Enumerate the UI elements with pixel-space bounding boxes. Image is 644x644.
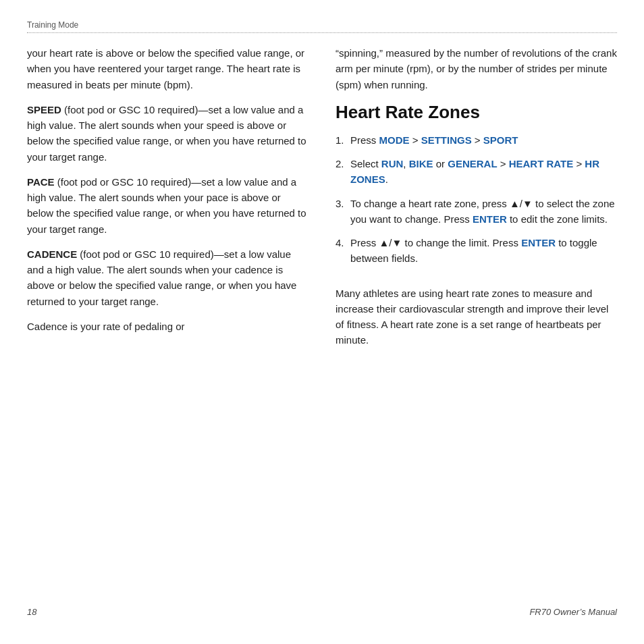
header-row: Training Mode <box>27 20 617 33</box>
run-keyword: RUN <box>381 158 404 169</box>
pace-body: (foot pod or GSC 10 required)—set a low … <box>27 176 306 235</box>
step-number: 3. <box>336 196 350 227</box>
cadence-term: CADENCE <box>27 248 77 260</box>
cadence-end: Cadence is your rate of pedaling or <box>27 319 308 334</box>
closing-text: Many athletes are using heart rate zones… <box>336 286 617 348</box>
list-item: 1. Press MODE > SETTINGS > SPORT <box>336 132 617 148</box>
enter-keyword-2: ENTER <box>521 237 556 248</box>
manual-title: FR70 Owner’s Manual <box>529 607 617 617</box>
page: Training Mode your heart rate is above o… <box>0 0 644 644</box>
main-columns: your heart rate is above or below the sp… <box>27 45 617 591</box>
general-keyword: GENERAL <box>448 158 497 169</box>
enter-keyword: ENTER <box>473 213 507 225</box>
step-text: Press MODE > SETTINGS > SPORT <box>350 132 617 148</box>
step-number: 4. <box>336 235 350 267</box>
mode-keyword: MODE <box>379 134 410 146</box>
speed-body: (foot pod or GSC 10 required)—set a low … <box>27 104 306 163</box>
sport-keyword: SPORT <box>483 134 518 146</box>
section-title: Heart Rate Zones <box>336 102 617 123</box>
footer-row: 18 FR70 Owner’s Manual <box>27 607 617 617</box>
speed-term: SPEED <box>27 104 61 115</box>
right-column: “spinning,” measured by the number of re… <box>336 45 617 591</box>
list-item: 3. To change a heart rate zone, press ▲/… <box>336 196 617 227</box>
step-text: Press ▲/▼ to change the limit. Press ENT… <box>350 235 617 267</box>
page-number: 18 <box>27 607 36 617</box>
right-intro: “spinning,” measured by the number of re… <box>336 45 617 92</box>
step-number: 2. <box>336 156 350 188</box>
pace-term: PACE <box>27 176 55 188</box>
list-item: 4. Press ▲/▼ to change the limit. Press … <box>336 235 617 267</box>
steps-list: 1. Press MODE > SETTINGS > SPORT 2. Sele… <box>336 132 617 275</box>
settings-keyword: SETTINGS <box>421 134 472 146</box>
bike-keyword: BIKE <box>409 158 433 169</box>
step-text: To change a heart rate zone, press ▲/▼ t… <box>350 196 617 227</box>
speed-paragraph: SPEED (foot pod or GSC 10 required)—set … <box>27 102 308 165</box>
pace-paragraph: PACE (foot pod or GSC 10 required)—set a… <box>27 174 308 237</box>
left-intro: your heart rate is above or below the sp… <box>27 45 308 92</box>
cadence-paragraph: CADENCE (foot pod or GSC 10 required)—se… <box>27 246 308 309</box>
step-number: 1. <box>336 132 350 148</box>
heart-rate-keyword: HEART RATE <box>509 158 574 169</box>
list-item: 2. Select RUN, BIKE or GENERAL > HEART R… <box>336 156 617 188</box>
header-label: Training Mode <box>27 20 78 30</box>
left-column: your heart rate is above or below the sp… <box>27 45 308 591</box>
step-text: Select RUN, BIKE or GENERAL > HEART RATE… <box>350 156 617 188</box>
